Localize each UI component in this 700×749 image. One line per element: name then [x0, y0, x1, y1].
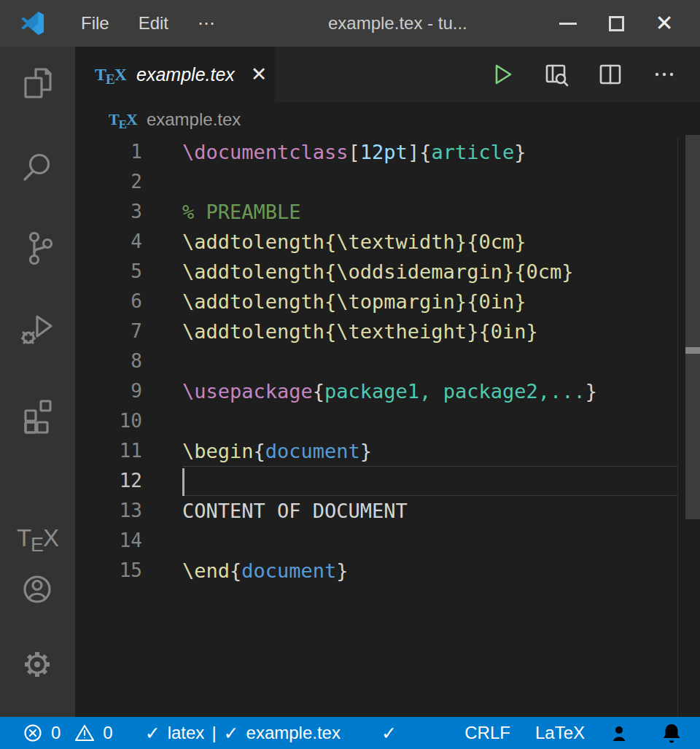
status-right: CRLF LaTeX — [464, 721, 684, 745]
files-icon — [17, 63, 58, 104]
code-line[interactable]: 5\addtolength{\oddsidemargin}{0cm} — [75, 257, 700, 287]
tex-logo-icon: TEX — [17, 524, 58, 551]
sidebar-item-latex-workshop[interactable]: TEX — [0, 524, 75, 552]
line-content — [182, 466, 678, 496]
line-number[interactable]: 5 — [75, 257, 142, 287]
line-number[interactable]: 3 — [75, 197, 142, 227]
line-number[interactable]: 6 — [75, 287, 142, 317]
sidebar-item-source-control[interactable] — [17, 228, 58, 268]
line-content — [182, 167, 678, 197]
line-content: CONTENT OF DOCUMENT — [182, 496, 678, 526]
vertical-scrollbar[interactable] — [685, 137, 700, 717]
menu-file[interactable]: File — [66, 9, 124, 38]
sidebar-item-settings[interactable] — [17, 644, 58, 685]
build-latex-button[interactable] — [489, 61, 516, 88]
code-token: } — [336, 559, 348, 582]
breadcrumb-item-file[interactable]: example.tex — [147, 109, 241, 130]
code-line[interactable]: 14 — [75, 526, 700, 556]
code-token: document — [241, 559, 336, 582]
code-token: ] — [408, 141, 419, 163]
line-number[interactable]: 7 — [75, 317, 142, 346]
code-token: CONTENT OF DOCUMENT — [182, 500, 408, 522]
eol-indicator[interactable]: CRLF — [464, 723, 510, 743]
account-icon — [17, 569, 58, 610]
tab-close-button[interactable]: ✕ — [251, 65, 268, 85]
code-line[interactable]: 1\documentclass[12pt]{article} — [75, 137, 700, 167]
split-editor-button[interactable] — [596, 61, 624, 88]
view-pdf-button[interactable] — [542, 61, 570, 88]
line-content: \documentclass[12pt]{article} — [182, 137, 678, 167]
linter-status[interactable]: ✓ latex | ✓ example.tex — [145, 723, 341, 744]
sidebar-item-extensions[interactable] — [17, 393, 58, 434]
check-icon: ✓ — [381, 723, 397, 744]
code-token: \usepackage — [182, 380, 313, 403]
line-number[interactable]: 11 — [75, 436, 142, 466]
code-line[interactable]: 6\addtolength{\topmargin}{0in} — [75, 287, 700, 317]
line-number[interactable]: 2 — [75, 167, 142, 197]
bell-icon[interactable] — [659, 721, 684, 745]
sidebar-item-explorer[interactable] — [17, 63, 58, 104]
code-token: \begin — [182, 440, 254, 462]
code-token: \end — [182, 559, 230, 582]
line-content: \addtolength{\textwidth}{0cm} — [182, 227, 678, 257]
tab-example-tex[interactable]: TEX example.tex ✕ — [75, 47, 275, 102]
code-token: [ — [349, 141, 360, 163]
tex-file-icon: TEX — [95, 65, 126, 85]
line-content: \usepackage{package1, package2,...} — [182, 376, 678, 406]
line-content: \end{document} — [182, 556, 678, 586]
line-number[interactable]: 14 — [75, 526, 142, 556]
code-token: \addtolength{\topmargin}{0in} — [182, 290, 526, 313]
code-line[interactable]: 10 — [75, 406, 700, 436]
line-content: % PREAMBLE — [182, 197, 678, 227]
code-line[interactable]: 8 — [75, 346, 700, 376]
code-line[interactable]: 7\addtolength{\textheight}{0in} — [75, 317, 700, 346]
line-number[interactable]: 12 — [75, 466, 142, 496]
problems-status[interactable]: 0 0 — [22, 722, 113, 744]
code-line[interactable]: 15\end{document} — [75, 556, 700, 586]
source-control-icon — [17, 228, 58, 268]
line-content: \begin{document} — [182, 436, 678, 466]
line-number[interactable]: 4 — [75, 227, 142, 257]
minimize-icon — [559, 23, 577, 25]
line-content: \addtolength{\oddsidemargin}{0cm} — [182, 257, 678, 287]
minimize-button[interactable] — [544, 0, 592, 47]
scrollbar-slider[interactable] — [685, 135, 700, 519]
line-number[interactable]: 13 — [75, 496, 142, 526]
language-mode[interactable]: LaTeX — [535, 723, 585, 743]
code-line[interactable]: 13CONTENT OF DOCUMENT — [75, 496, 700, 526]
code-line[interactable]: 4\addtolength{\textwidth}{0cm} — [75, 227, 700, 257]
code-line[interactable]: 12 — [75, 466, 700, 496]
line-number[interactable]: 10 — [75, 406, 142, 436]
menu-edit[interactable]: Edit — [124, 9, 183, 38]
menu-more[interactable]: ⋯ — [183, 9, 230, 38]
close-button[interactable]: ✕ — [640, 0, 688, 47]
line-number[interactable]: 15 — [75, 556, 142, 586]
code-token: document — [265, 440, 360, 462]
maximize-button[interactable] — [592, 0, 640, 47]
sidebar-item-run-debug[interactable] — [17, 308, 58, 349]
person-feedback-icon[interactable] — [610, 721, 634, 745]
code-token: { — [313, 380, 324, 403]
status-bar: 0 0 ✓ latex | ✓ example.tex ✓ CRLF LaTeX — [0, 717, 700, 749]
line-number[interactable]: 8 — [75, 346, 142, 376]
line-number[interactable]: 9 — [75, 376, 142, 406]
overview-cursor-marker — [685, 347, 700, 354]
editor-group: TEX example.tex ✕ — [75, 47, 700, 717]
build-status[interactable]: ✓ — [381, 723, 397, 744]
search-icon — [17, 146, 58, 187]
code-lines: 1\documentclass[12pt]{article}23% PREAMB… — [75, 137, 700, 717]
code-line[interactable]: 3% PREAMBLE — [75, 197, 700, 227]
line-number[interactable]: 1 — [75, 137, 142, 167]
code-line[interactable]: 9\usepackage{package1, package2,...} — [75, 376, 700, 406]
sidebar-item-search[interactable] — [17, 146, 58, 187]
status-left: 0 0 ✓ latex | ✓ example.tex ✓ — [22, 722, 397, 744]
tex-file-icon: TEX — [109, 110, 137, 129]
vscode-window: File Edit ⋯ example.tex - tu... ✕ — [0, 0, 700, 749]
vscode-logo — [20, 10, 46, 36]
sidebar-item-accounts[interactable] — [17, 569, 58, 610]
code-line[interactable]: 11\begin{document} — [75, 436, 700, 466]
more-actions-button[interactable] — [650, 61, 678, 88]
text-cursor — [182, 468, 184, 496]
code-line[interactable]: 2 — [75, 167, 700, 197]
code-token: { — [419, 141, 431, 163]
